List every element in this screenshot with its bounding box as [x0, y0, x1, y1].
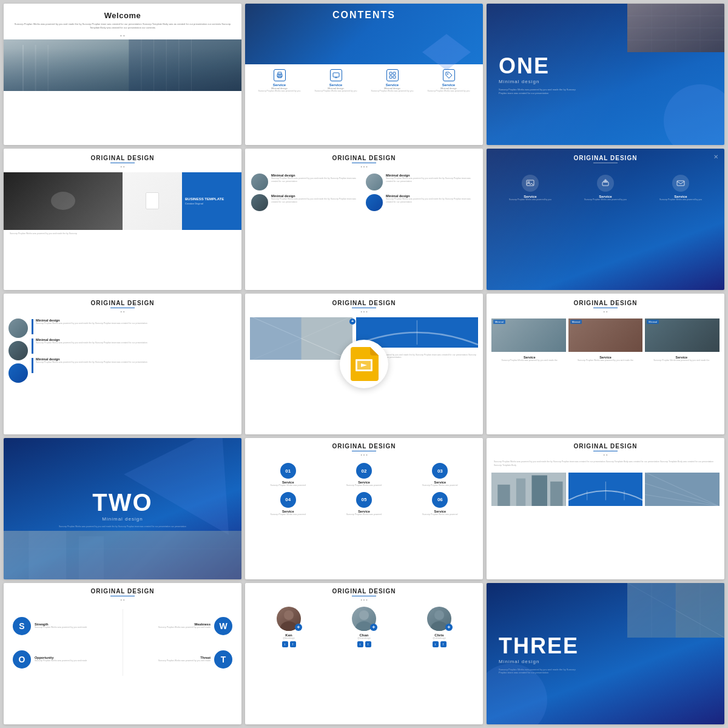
tag-icon: [445, 72, 453, 79]
image-icon: [526, 179, 534, 187]
slide-6-svc-1-icon: [522, 175, 539, 192]
slide-5-item-3-desc: Suncorp Proplan Works was powered by you…: [271, 198, 362, 204]
slide-14-facebook-1-icon: f: [290, 641, 296, 647]
slide-7-item-3: Minimal design Suncorp Proplan Works was…: [32, 357, 237, 373]
slide-13-t-letter: T: [214, 650, 232, 669]
slide-8-heading: ORIGINAL DESIGN: [245, 300, 483, 306]
slide-10-number: TWO: [92, 489, 152, 516]
slide-14-plus-1: +: [295, 624, 302, 631]
svg-rect-46: [497, 484, 510, 505]
slide-11-num-2: 02: [356, 463, 372, 479]
slide-swot: ORIGINAL DESIGN • • S Strength Suncorp P…: [4, 583, 241, 724]
slide-4-body: Suncorp Proplan Works was powered by you…: [4, 230, 241, 238]
slide-list: ORIGINAL DESIGN • • Minimal design Sunco…: [4, 294, 241, 435]
slide-5-item-3: Minimal design Suncorp Proplan Works was…: [251, 194, 362, 211]
slide-12-body: Suncorp Proplan Works was powered by you…: [487, 458, 724, 470]
slide-5-item-1: Minimal design Suncorp Proplan Works was…: [251, 174, 362, 190]
slide-4-header: ORIGINAL DESIGN • •: [4, 149, 241, 170]
slide-5-item-4-desc: Suncorp Proplan Works was powered by you…: [386, 198, 477, 204]
slide-11-svc-3-text: Suncorp Proplan Works was powered: [405, 484, 476, 487]
slide-1-building-overlay: [4, 49, 241, 91]
slide-12-bridge-svg: [568, 473, 643, 506]
slide-7-circle-3: [8, 363, 28, 383]
slide-5-item-2-desc: Suncorp Proplan Works was powered by you…: [386, 177, 477, 183]
svg-rect-18: [389, 76, 392, 78]
slide-9-svc-1-text: Suncorp Proplan Works was powered by you…: [491, 359, 567, 362]
slide-14-twitter-3-icon: t: [433, 641, 439, 647]
slide-14-avatar-1: +: [277, 607, 301, 631]
svg-rect-31: [602, 182, 608, 186]
slide-9-heading: ORIGINAL DESIGN: [487, 300, 724, 306]
slide-9-services: Service Suncorp Proplan Works was powere…: [487, 356, 724, 365]
slide-13-threat-text: Threat Suncorp Proplan Works was powered…: [158, 656, 211, 662]
slide-2-title: CONTENTS: [332, 10, 396, 21]
slide-5-circle-4: [366, 194, 383, 211]
slide-9-svc-2: Service Suncorp Proplan Works was powere…: [567, 356, 643, 362]
slide-14-member-2: + Chan @chandesign t f: [326, 607, 402, 647]
slide-9-svc-2-text: Suncorp Proplan Works was powered by you…: [567, 359, 643, 362]
slide-2-service-1-icon: [274, 69, 286, 81]
slide-13-line: [110, 596, 135, 596]
slide-8-header: ORIGINAL DESIGN • • •: [245, 294, 483, 315]
slide-8-main-photo: [250, 317, 352, 360]
slide-7-heading: ORIGINAL DESIGN: [4, 300, 241, 306]
slide-7-dots: • •: [4, 309, 241, 314]
slide-13-swot-grid: S Strength Suncorp Proplan Works was pow…: [4, 603, 241, 682]
slide-3-number: ONE: [499, 53, 550, 79]
slide-5-dots: • • •: [245, 164, 483, 169]
slide-team: ORIGINAL DESIGN • • • + Ken @kendesign t…: [245, 583, 483, 724]
slide-5-circle-2: [366, 174, 383, 190]
slide-7-item-3-desc: Suncorp Proplan Works was powered by you…: [36, 361, 147, 364]
slide-7-item-1: Minimal design Suncorp Proplan Works was…: [32, 318, 237, 334]
slide-13-weakness-desc: Suncorp Proplan Works was powered by you…: [158, 626, 211, 629]
slide-6-svc-3: Service Suncorp Proplan Works was powere…: [643, 175, 718, 201]
slide-2-service-4: Service Minimal design Suncorp Proplan W…: [420, 69, 477, 93]
slide-11-item-1: 01 Service Suncorp Proplan Works was pow…: [252, 463, 323, 487]
slide-7-circle-1: [8, 318, 28, 338]
slide-1-title: Welcome: [4, 4, 241, 20]
slide-14-role-2: @chandesign: [326, 637, 402, 639]
slide-12-img-2: [568, 473, 643, 506]
slide-9-svc-1: Service Suncorp Proplan Works was powere…: [491, 356, 567, 362]
slide-1-dots: • •: [4, 32, 241, 39]
slide-11-header: ORIGINAL DESIGN • • •: [245, 438, 483, 458]
slide-13-strength: S Strength Suncorp Proplan Works was pow…: [13, 609, 123, 642]
slide-8-bridge-svg: [356, 317, 478, 348]
slide-14-role-3: @chrisdesign: [402, 637, 477, 639]
slide-11-num-3: 03: [432, 463, 448, 479]
slide-14-twitter-2-icon: t: [357, 641, 363, 647]
svg-rect-19: [393, 76, 396, 78]
slide-14-role-1: @kendesign: [251, 637, 326, 639]
slide-1-body: Suncorp Proplan Works was powered by you…: [4, 20, 241, 32]
slide-9-img-3: Minimal: [645, 318, 720, 352]
slide-7-line: [110, 308, 135, 308]
slide-8-right: Project report Suncorp Proplan Works was…: [356, 317, 478, 360]
monitor-icon: [332, 72, 340, 79]
slide-6-svc-3-icon: [672, 175, 689, 192]
slide-9-img-2-label: Minimal: [570, 320, 582, 324]
slide-9-img-1-label: Minimal: [493, 320, 505, 324]
slide-14-avatar-2: +: [352, 607, 376, 631]
slide-11-num-5: 05: [356, 492, 372, 508]
slide-7-bar-3: [32, 358, 33, 373]
slide-11-svc-1-text: Suncorp Proplan Works was powered: [252, 484, 323, 487]
slide-4-dots: • •: [4, 164, 241, 169]
svg-rect-49: [550, 481, 562, 505]
slide-8-plus-icon: +: [349, 318, 356, 325]
slide-7-circles: [8, 318, 28, 383]
slide-business-template: ORIGINAL DESIGN • • BUSINESS TEMPLATE Cr…: [4, 149, 241, 290]
slide-7-bar-2: [32, 339, 33, 354]
slide-6-line: [593, 163, 618, 163]
slide-2-svc-2-text: Suncorp Proplan Works was powered by you: [308, 90, 364, 93]
svg-rect-47: [516, 478, 525, 505]
slide-13-opportunity-text: Opportunity Suncorp Proplan Works was po…: [35, 656, 87, 662]
slide-4-cup-photo: [123, 172, 182, 230]
slide-10-content: TWO Minimal design Suncorp Proplan Works…: [4, 438, 241, 579]
slide-13-strength-desc: Suncorp Proplan Works was powered by you…: [35, 626, 87, 629]
slide-14-member-3: + Chris @chrisdesign t f: [402, 607, 477, 647]
slide-7-bar-1: [32, 319, 33, 334]
slide-6-svc-1: Service Suncorp Proplan Works was powere…: [493, 175, 568, 201]
slide-2-service-1: Service Minimal design Suncorp Proplan W…: [251, 69, 308, 93]
slide-12-img-3: [645, 473, 720, 506]
slide-6-services: Service Suncorp Proplan Works was powere…: [487, 166, 724, 211]
